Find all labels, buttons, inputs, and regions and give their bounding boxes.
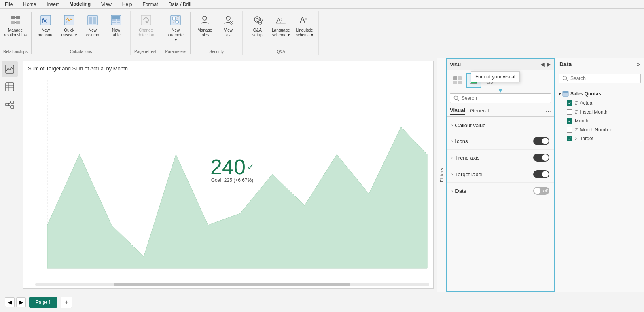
add-page-btn[interactable]: +	[61, 297, 72, 308]
new-column-icon	[86, 14, 99, 27]
format-options: › Callout value › Icons On › Trend axis	[447, 117, 554, 291]
data-panel-collapse-btn[interactable]: »	[637, 61, 640, 67]
data-item-fiscal-month[interactable]: Σ Fiscal Month	[555, 108, 644, 116]
view-as-label: Viewas	[224, 28, 233, 38]
data-panel-header: Data »	[555, 58, 644, 71]
kpi-chevron: ✓	[247, 163, 254, 171]
format-option-icons[interactable]: › Icons On	[447, 133, 554, 150]
manage-roles-button[interactable]: Manageroles	[194, 12, 216, 39]
month-checkbox[interactable]: ✓	[567, 118, 572, 124]
data-search-input[interactable]	[570, 76, 637, 81]
filters-label: Filters	[439, 167, 444, 182]
svg-text:↕: ↕	[305, 17, 307, 21]
linguistic-schema-icon: A ↕	[298, 14, 311, 27]
viz-tab-visual[interactable]: Visual	[450, 107, 465, 115]
svg-rect-12	[93, 17, 96, 24]
svg-rect-17	[112, 22, 116, 23]
kpi-value: 240✓	[210, 156, 254, 177]
new-column-button[interactable]: Newcolumn	[82, 12, 104, 39]
fiscal-month-checkbox[interactable]	[567, 109, 572, 115]
trend-axis-toggle[interactable]: On	[533, 154, 549, 162]
icons-toggle[interactable]: On	[533, 137, 549, 145]
target-label-label: Target label	[455, 171, 482, 177]
svg-text:A: A	[300, 15, 305, 24]
viz-build-icon-btn[interactable]	[450, 73, 465, 88]
svg-text:↕: ↕	[280, 17, 283, 22]
report-view-button[interactable]	[2, 61, 18, 77]
viz-search-input[interactable]	[462, 95, 547, 101]
date-chevron: ›	[451, 189, 453, 193]
main-area: Sum of Target and Sum of Actual by Month…	[19, 58, 644, 292]
status-bar: ◀ ▶ Page 1 +	[0, 292, 644, 312]
filters-panel[interactable]: Filters	[437, 58, 446, 292]
quick-measure-icon: fx	[63, 14, 76, 27]
change-detection-icon	[140, 14, 153, 27]
callout-label: Callout value	[455, 122, 485, 129]
format-option-target-label[interactable]: › Target label On	[447, 166, 554, 183]
manage-relationships-button[interactable]: Managerelationships	[4, 12, 26, 39]
chart-scrollbar[interactable]	[35, 283, 429, 286]
data-item-month-number[interactable]: Σ Month Number	[555, 125, 644, 134]
format-option-callout[interactable]: › Callout value	[447, 118, 554, 133]
viz-panel-indicator: ▼	[498, 87, 503, 94]
date-toggle[interactable]: Off	[533, 187, 549, 195]
data-view-button[interactable]	[2, 79, 18, 95]
svg-rect-47	[11, 106, 14, 108]
data-panel: Data » ▾ Sales Quotas	[555, 58, 644, 292]
menu-help[interactable]: Help	[121, 1, 134, 8]
qa-setup-icon: Q&A	[251, 14, 264, 27]
change-detection-button[interactable]: Changedetection	[135, 12, 157, 39]
svg-line-63	[458, 99, 459, 101]
target-label: Target	[580, 136, 593, 141]
month-number-label: Month Number	[580, 127, 612, 133]
view-as-button[interactable]: Viewas	[217, 12, 239, 39]
menu-modeling[interactable]: Modeling	[68, 0, 92, 8]
pagerefresh-group-label: Page refresh	[134, 48, 157, 54]
viz-panel-header: Visu ◀ ▶	[447, 59, 554, 70]
new-measure-label: Newmeasure	[38, 28, 54, 38]
menu-home[interactable]: Home	[21, 1, 38, 8]
page-next-btn[interactable]: ▶	[16, 297, 26, 307]
viz-icons-row: Format your visual	[447, 70, 554, 91]
new-parameter-button[interactable]: ▾ Newparameter ▾	[165, 12, 186, 44]
svg-text:fx: fx	[42, 17, 47, 24]
fiscal-month-sigma: Σ	[575, 110, 578, 114]
data-item-actual[interactable]: ✓ Σ Actual	[555, 99, 644, 108]
format-option-trend-axis[interactable]: › Trend axis On	[447, 150, 554, 166]
svg-rect-54	[453, 81, 457, 84]
model-view-button[interactable]	[2, 97, 18, 113]
data-item-month[interactable]: ✓ Month	[555, 116, 644, 125]
format-visual-tooltip: Format your visual	[471, 71, 520, 82]
page-tab-1[interactable]: Page 1	[29, 297, 57, 308]
target-label-toggle[interactable]: On	[533, 170, 549, 178]
menu-insert[interactable]: Insert	[45, 1, 60, 8]
menu-file[interactable]: File	[3, 1, 14, 8]
menu-view[interactable]: View	[100, 1, 113, 8]
linguistic-schema-button[interactable]: A ↕ Linguisticschema ▾	[293, 12, 315, 39]
qa-setup-label: Q&Asetup	[252, 28, 262, 38]
svg-rect-46	[11, 101, 14, 103]
data-tree: ▾ Sales Quotas ✓ Σ Actual Σ	[555, 86, 644, 292]
format-option-date[interactable]: › Date Off	[447, 183, 554, 199]
new-table-button[interactable]: Newtable	[105, 12, 127, 39]
data-group-header-sales-quotas[interactable]: ▾ Sales Quotas	[555, 89, 644, 99]
target-checkbox[interactable]: ✓	[567, 136, 572, 141]
view-as-icon	[222, 14, 235, 27]
page-prev-btn[interactable]: ◀	[5, 297, 15, 307]
language-schema-button[interactable]: A ↕ Languageschema ▾	[270, 12, 292, 39]
menu-format[interactable]: Format	[141, 1, 160, 8]
qa-setup-button[interactable]: Q&A Q&Asetup	[246, 12, 268, 39]
data-item-target[interactable]: ✓ Σ Target	[555, 134, 644, 143]
month-number-checkbox[interactable]	[567, 127, 572, 133]
actual-checkbox[interactable]: ✓	[567, 100, 572, 106]
quick-measure-button[interactable]: fx Quickmeasure	[58, 12, 80, 39]
viz-tab-general[interactable]: General	[470, 108, 489, 114]
svg-rect-45	[6, 103, 9, 106]
menu-datadrill[interactable]: Data / Drill	[167, 1, 193, 8]
chart-title: Sum of Target and Sum of Actual by Month	[23, 61, 433, 73]
viz-tab-more-btn[interactable]: ···	[546, 108, 551, 115]
viz-panel-collapse-btn[interactable]: ◀ ▶	[540, 61, 551, 67]
svg-rect-0	[11, 16, 15, 19]
new-measure-button[interactable]: fx Newmeasure	[35, 12, 57, 39]
svg-point-22	[176, 20, 179, 23]
